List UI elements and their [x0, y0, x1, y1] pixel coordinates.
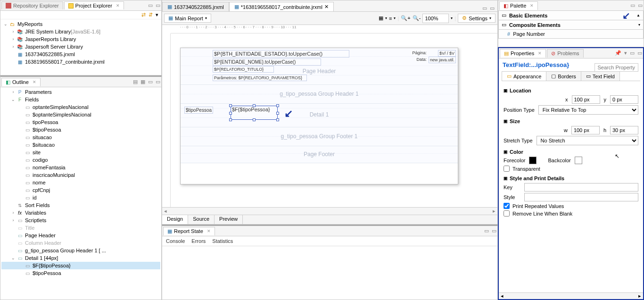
expr-nome[interactable]: $P{ENTIDADE_NOME}.toUpperCase() — [213, 58, 321, 66]
tab-report-state[interactable]: ▦ Report State ✕ — [163, 227, 215, 235]
palette-group-composite[interactable]: ▭ Composite Elements ↙ ▾ — [498, 20, 644, 30]
select-stretch-type[interactable]: No Stretch — [537, 136, 638, 145]
collapse-icon[interactable]: ▣ — [504, 150, 508, 154]
zoom-input[interactable] — [422, 14, 449, 23]
outline-item[interactable]: ▭Page Header — [1, 232, 160, 239]
tool-icon[interactable]: ≡ — [389, 16, 392, 21]
expr-titulo[interactable]: $P{RELATORIO_TITULO} — [213, 66, 274, 73]
outline-item[interactable]: ⌄FFields — [1, 96, 160, 103]
project-tree[interactable]: ⌄🗀MyReports›📚JRE System Library [JavaSE-… — [0, 19, 161, 75]
outline-item[interactable]: ▭Column Header — [1, 239, 160, 247]
minimize-icon[interactable]: ▭ — [630, 50, 635, 56]
editor-tab-1[interactable]: ▦ 1637340522885.jrxml — [162, 2, 229, 11]
detail-field-selected[interactable]: $F{$tipoPessoa} — [231, 106, 278, 120]
input-key[interactable] — [524, 183, 638, 192]
tab-preview[interactable]: Preview — [215, 215, 243, 224]
outline-icon-1[interactable]: ▤ — [133, 79, 138, 85]
outline-item[interactable]: ▭$optanteSimplesNacional — [1, 111, 160, 118]
close-icon[interactable]: ✕ — [324, 4, 329, 10]
expr-params[interactable]: Parâmetros: $P{RELATORIO_PARAMETROS} — [213, 75, 307, 81]
palette-item-pagenumber[interactable]: # Page Number — [498, 29, 644, 39]
collapse-icon[interactable]: ▣ — [504, 119, 508, 124]
maximize-icon[interactable]: ▭ — [492, 228, 496, 234]
outline-item[interactable]: ›▭Scriptlets — [1, 217, 160, 224]
outline-item[interactable]: ▭inscricaoMunicipal — [1, 171, 160, 179]
outline-item[interactable]: ▭id — [1, 194, 160, 201]
outline-item[interactable]: ›fxVariables — [1, 209, 160, 217]
outline-item[interactable]: ▭situacao — [1, 133, 160, 141]
tab-properties[interactable]: ▤ Properties ✕ — [500, 49, 546, 58]
data-val[interactable]: new java.util. — [429, 57, 456, 63]
outline-item[interactable]: ▭cpfCnpj — [1, 186, 160, 194]
outline-tree[interactable]: ›PParameters⌄FFields▭optanteSimplesNacio… — [0, 87, 161, 300]
proptab-borders[interactable]: ▢ Borders — [546, 71, 581, 81]
input-w[interactable] — [571, 126, 600, 134]
forecolor-swatch[interactable] — [529, 157, 537, 164]
minimize-icon[interactable]: ▭ — [482, 5, 487, 11]
link-editor-icon[interactable]: ⇵ — [149, 12, 153, 18]
outline-item[interactable]: ▭codigo — [1, 156, 160, 164]
tab-palette[interactable]: ◧ Palette ✕ — [499, 1, 538, 10]
zoom-in-icon[interactable]: 🔍+ — [401, 15, 410, 21]
tool-icon[interactable]: ▦ — [379, 15, 383, 21]
maximize-icon[interactable]: ▭ — [638, 2, 643, 8]
outline-item[interactable]: ⌄▭Detail 1 [44px] — [1, 254, 160, 262]
checkbox-remove-blank[interactable] — [504, 210, 510, 217]
collapse-all-icon[interactable]: ⇄ — [141, 12, 146, 18]
outline-item[interactable]: ▭nome — [1, 179, 160, 186]
tab-repository-explorer[interactable]: Repository Explorer — [1, 1, 63, 9]
pagina-val[interactable]: $V/ / $V — [438, 50, 456, 57]
outline-item[interactable]: ▭nomeFantasia — [1, 164, 160, 171]
checkbox-transparent[interactable] — [504, 166, 510, 172]
maximize-icon[interactable]: ▭ — [637, 50, 642, 56]
tab-problems[interactable]: ⊘ Problems — [547, 49, 583, 58]
settings-button[interactable]: ⚙ Settings ▾ — [458, 14, 495, 23]
outline-item[interactable]: ▭optanteSimplesNacional — [1, 103, 160, 111]
maximize-icon[interactable]: ▭ — [156, 79, 160, 85]
editor-tab-2[interactable]: ▦ *1638196558017_contribuinte.jrxml ✕ — [229, 2, 334, 11]
expr-estado[interactable]: $P{BTH_ENTIDADE_ESTADO}.toUpperCase() — [213, 50, 349, 58]
close-icon[interactable]: ✕ — [538, 51, 542, 56]
outline-item[interactable]: ▭tipoPessoa — [1, 118, 160, 126]
collapse-icon[interactable]: ▣ — [504, 88, 508, 93]
close-icon[interactable]: ✕ — [33, 80, 36, 84]
search-property[interactable]: Search Property — [594, 63, 638, 72]
proptab-textfield[interactable]: ▭ Text Field — [581, 71, 620, 81]
backcolor-swatch[interactable] — [575, 157, 582, 164]
input-style[interactable] — [524, 193, 638, 201]
outline-item[interactable]: ▭Title — [1, 224, 160, 232]
tab-outline[interactable]: ◧ Outline ✕ — [1, 78, 41, 86]
outline-item[interactable]: ▭g_tipo_pessoa Group Header 1 [ ... — [1, 247, 160, 254]
subtab-statistics[interactable]: Statistics — [212, 238, 233, 244]
outline-item[interactable]: ⇅Sort Fields — [1, 201, 160, 209]
tree-item[interactable]: ⌄🗀MyReports — [1, 20, 160, 28]
minimize-icon[interactable]: ▭ — [630, 2, 635, 8]
collapse-icon[interactable]: ▣ — [504, 176, 508, 181]
tree-item[interactable]: ▦1638196558017_contribuinte.jrxml — [1, 58, 160, 66]
tree-item[interactable]: ›📚JRE System Library [JavaSE-1.6] — [1, 28, 160, 35]
tab-design[interactable]: Design — [162, 215, 188, 224]
main-report-dropdown[interactable]: ▦ Main Report ▾ — [164, 14, 211, 23]
outline-item[interactable]: ▭site — [1, 149, 160, 156]
input-y[interactable] — [610, 95, 638, 104]
input-h[interactable] — [610, 126, 638, 134]
checkbox-print-repeated[interactable] — [504, 203, 510, 209]
select-position-type[interactable]: Fix Relative To Top — [538, 105, 638, 115]
outline-item[interactable]: ▭$tipoPessoa — [1, 126, 160, 133]
proptab-appearance[interactable]: ▭ Appearance — [502, 71, 546, 81]
tree-item[interactable]: ›📚JasperReports Library — [1, 35, 160, 43]
maximize-icon[interactable]: ▭ — [156, 2, 160, 8]
close-icon[interactable]: ✕ — [207, 229, 211, 233]
input-x[interactable] — [572, 95, 600, 104]
tree-item[interactable]: ▦1637340522885.jrxml — [1, 50, 160, 58]
pin-icon[interactable]: 📌 — [615, 50, 621, 56]
zoom-out-icon[interactable]: 🔍- — [413, 15, 421, 21]
outline-item[interactable]: ▭$situacao — [1, 141, 160, 149]
data-label[interactable]: Data: — [415, 57, 428, 62]
subtab-errors[interactable]: Errors — [191, 238, 206, 244]
close-icon[interactable]: ✕ — [116, 3, 120, 8]
maximize-icon[interactable]: ▭ — [490, 5, 495, 11]
tree-item[interactable]: ›📚Jaspersoft Server Library — [1, 43, 160, 50]
outline-item[interactable]: ▭$tipoPessoa — [1, 269, 160, 277]
pagina-label[interactable]: Página: — [411, 50, 428, 56]
